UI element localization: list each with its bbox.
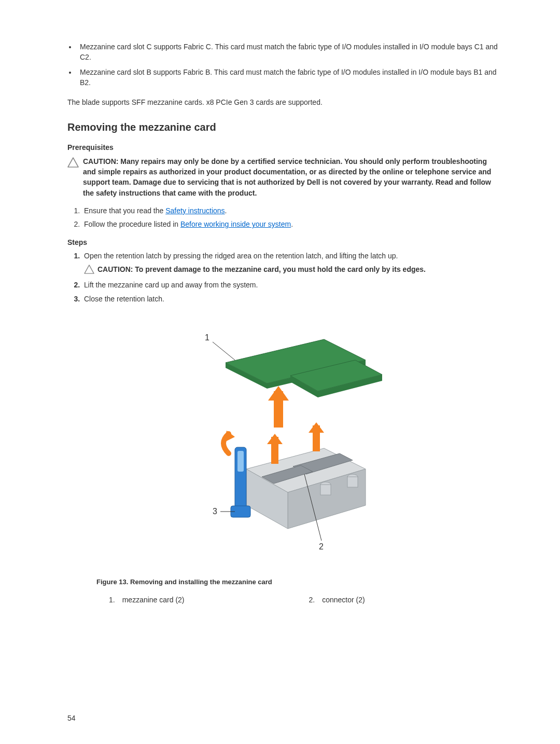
intro-bullet-list: Mezzanine card slot C supports Fabric C.… bbox=[77, 42, 498, 88]
svg-rect-15 bbox=[320, 485, 331, 495]
caution-block: CAUTION: Many repairs may only be done b… bbox=[67, 156, 498, 198]
legend-item: 1. mezzanine card (2) bbox=[109, 595, 185, 605]
figure-caption: Figure 13. Removing and installing the m… bbox=[96, 577, 498, 587]
step-item: Close the retention latch. bbox=[82, 294, 498, 304]
before-working-link[interactable]: Before working inside your system bbox=[180, 220, 291, 228]
text-fragment: Follow the procedure listed in bbox=[84, 220, 180, 228]
svg-marker-7 bbox=[268, 386, 289, 401]
legend-label: mezzanine card (2) bbox=[122, 595, 185, 605]
callout-3: 3 bbox=[213, 507, 217, 516]
text-fragment: . bbox=[225, 206, 227, 215]
step-item: Open the retention latch by pressing the… bbox=[82, 251, 498, 277]
mezzanine-card-illustration: 1 bbox=[169, 313, 397, 562]
svg-rect-23 bbox=[237, 451, 244, 472]
legend-item: 2. connector (2) bbox=[309, 595, 365, 605]
caution-triangle-icon bbox=[84, 265, 94, 277]
callout-2: 2 bbox=[319, 542, 324, 551]
legend-number: 1. bbox=[109, 595, 115, 605]
step-item: Lift the mezzanine card up and away from… bbox=[82, 280, 498, 290]
svg-line-8 bbox=[213, 342, 235, 360]
text-fragment: . bbox=[291, 220, 293, 228]
prerequisites-label: Prerequisites bbox=[67, 142, 498, 153]
callout-1: 1 bbox=[205, 333, 209, 342]
steps-list: Open the retention latch by pressing the… bbox=[67, 251, 498, 304]
document-page: Mezzanine card slot C supports Fabric C.… bbox=[0, 0, 560, 744]
figure: 1 bbox=[67, 313, 498, 565]
page-number: 54 bbox=[67, 713, 76, 723]
bullet-item: Mezzanine card slot B supports Fabric B.… bbox=[77, 67, 498, 88]
svg-marker-21 bbox=[309, 422, 324, 433]
prereq-item: Ensure that you read the Safety instruct… bbox=[82, 205, 498, 216]
safety-instructions-link[interactable]: Safety instructions bbox=[165, 206, 225, 215]
caution-text: CAUTION: To prevent damage to the mezzan… bbox=[97, 264, 426, 274]
figure-legend: 1. mezzanine card (2) 2. connector (2) bbox=[109, 595, 498, 605]
caution-text: CAUTION: Many repairs may only be done b… bbox=[83, 156, 498, 198]
inline-caution-block: CAUTION: To prevent damage to the mezzan… bbox=[84, 264, 498, 277]
steps-label: Steps bbox=[67, 237, 498, 247]
caution-triangle-icon bbox=[67, 157, 79, 170]
section-heading: Removing the mezzanine card bbox=[67, 120, 498, 135]
bullet-item: Mezzanine card slot C supports Fabric C.… bbox=[77, 42, 498, 63]
svg-marker-19 bbox=[267, 434, 283, 444]
step-text: Open the retention latch by pressing the… bbox=[84, 252, 398, 260]
legend-number: 2. bbox=[309, 595, 315, 605]
intro-paragraph: The blade supports SFF mezzanine cards. … bbox=[67, 97, 498, 107]
prereq-item: Follow the procedure listed in Before wo… bbox=[82, 219, 498, 229]
svg-rect-17 bbox=[347, 477, 358, 487]
prerequisite-list: Ensure that you read the Safety instruct… bbox=[67, 205, 498, 230]
legend-label: connector (2) bbox=[322, 595, 365, 605]
text-fragment: Ensure that you read the bbox=[84, 206, 165, 215]
